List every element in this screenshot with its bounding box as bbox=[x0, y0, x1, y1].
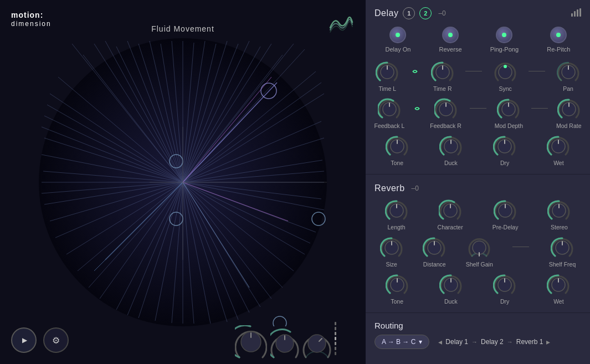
preset-name: Fluid Movement bbox=[151, 24, 214, 33]
link-icon-feedback bbox=[413, 104, 422, 113]
knob-delay-tone[interactable]: Tone bbox=[386, 135, 409, 166]
left-arrow-icon: ◂ bbox=[438, 337, 442, 346]
knob-length[interactable]: Length bbox=[385, 199, 408, 230]
toggle-ping-pong[interactable]: Ping-Pong bbox=[490, 27, 519, 53]
right-arrow-icon: ▸ bbox=[546, 337, 550, 346]
chain-delay-2: Delay 2 bbox=[481, 338, 504, 346]
delay-zero: –0 bbox=[438, 9, 445, 17]
svg-rect-102 bbox=[577, 9, 578, 17]
svg-rect-103 bbox=[579, 8, 581, 17]
toggle-label-ping-pong: Ping-Pong bbox=[490, 46, 519, 53]
svg-point-109 bbox=[504, 65, 507, 68]
toggle-dot-re-pitch[interactable] bbox=[550, 27, 567, 43]
knob-reverb-tone[interactable]: Tone bbox=[386, 273, 409, 305]
delay-toggle-row: Delay On Reverse Ping-Pong Re-Pitch bbox=[366, 23, 590, 58]
delay-title: Delay bbox=[374, 8, 398, 18]
reverb-header: Reverb –0 bbox=[366, 177, 590, 197]
toggle-label-re-pitch: Re-Pitch bbox=[547, 46, 570, 53]
chain-delay-1: Delay 1 bbox=[445, 338, 468, 346]
routing-dropdown[interactable]: A → B → C ▾ bbox=[374, 335, 429, 349]
bottom-controls: ▶ ⚙ bbox=[11, 327, 69, 353]
settings-icon: ⚙ bbox=[52, 335, 60, 346]
svg-point-98 bbox=[308, 335, 326, 352]
right-panel: Delay 1 2 –0 Delay On Reverse Ping-Pong bbox=[366, 0, 590, 364]
play-icon: ▶ bbox=[22, 336, 27, 344]
knob-character[interactable]: Character bbox=[438, 199, 463, 230]
routing-bar: A → B → C ▾ ◂ Delay 1 → Delay 2 → Reverb… bbox=[374, 335, 581, 349]
delay-badge-1[interactable]: 1 bbox=[403, 7, 415, 19]
knob-sync[interactable]: Sync bbox=[494, 60, 517, 92]
knob-delay-duck[interactable]: Duck bbox=[439, 135, 463, 166]
logo-line1: motion: bbox=[11, 10, 52, 20]
visualization bbox=[39, 38, 327, 326]
toggle-dot-reverse[interactable] bbox=[442, 27, 459, 43]
svg-rect-100 bbox=[571, 13, 573, 17]
knob-stereo[interactable]: Stereo bbox=[547, 199, 571, 230]
knob-size[interactable]: Size bbox=[380, 236, 403, 268]
delay-header: Delay 1 2 –0 bbox=[366, 0, 590, 23]
bottom-knob-1[interactable] bbox=[235, 325, 267, 360]
reverb-zero: –0 bbox=[412, 184, 419, 192]
toggle-re-pitch[interactable]: Re-Pitch bbox=[547, 27, 570, 53]
section-separator-2 bbox=[366, 312, 590, 313]
play-button[interactable]: ▶ bbox=[11, 327, 37, 353]
delay-badge-2[interactable]: 2 bbox=[419, 7, 432, 19]
knob-delay-wet[interactable]: Wet bbox=[547, 135, 570, 166]
knob-time-l[interactable]: Time L bbox=[376, 60, 399, 92]
stats-icon[interactable] bbox=[570, 7, 581, 20]
knob-time-r[interactable]: Time R bbox=[431, 60, 454, 92]
knob-feedback-r[interactable]: Feedback R bbox=[430, 98, 461, 129]
knob-pan[interactable]: Pan bbox=[557, 60, 580, 92]
link-icon-time bbox=[411, 67, 419, 76]
toggle-label-delay-on: Delay On bbox=[386, 46, 411, 53]
toggle-dot-delay-on[interactable] bbox=[389, 27, 406, 43]
knob-reverb-duck[interactable]: Duck bbox=[439, 273, 463, 305]
routing-dropdown-label: A → B → C bbox=[382, 338, 415, 346]
chain-reverb-1: Reverb 1 bbox=[516, 338, 543, 346]
left-panel: motion: dimension Fluid Movement bbox=[0, 0, 366, 364]
toggle-dot-ping-pong[interactable] bbox=[496, 27, 512, 43]
bottom-knob-3[interactable] bbox=[302, 329, 331, 360]
toggle-delay-on[interactable]: Delay On bbox=[386, 27, 411, 53]
settings-button[interactable]: ⚙ bbox=[43, 327, 69, 353]
knob-mod-rate[interactable]: Mod Rate bbox=[556, 98, 582, 129]
routing-section: Routing A → B → C ▾ ◂ Delay 1 → Delay 2 … bbox=[366, 315, 590, 355]
chain-arrow-1: → bbox=[471, 339, 478, 345]
knob-pre-delay[interactable]: Pre-Delay bbox=[492, 199, 519, 230]
chevron-down-icon: ▾ bbox=[419, 338, 422, 346]
knob-mod-depth[interactable]: Mod Depth bbox=[495, 98, 523, 129]
svg-rect-101 bbox=[574, 11, 576, 17]
reverb-title: Reverb bbox=[374, 183, 405, 193]
knob-shelf-gain[interactable]: Shelf Gain bbox=[466, 236, 493, 268]
toggle-reverse[interactable]: Reverse bbox=[439, 27, 462, 53]
knob-reverb-wet[interactable]: Wet bbox=[547, 273, 570, 305]
knob-shelf-freq[interactable]: Shelf Freq bbox=[549, 236, 576, 268]
section-separator-1 bbox=[366, 174, 590, 175]
logo: motion: dimension bbox=[11, 10, 52, 29]
chain-arrow-2: → bbox=[507, 339, 513, 345]
wave-logo-icon bbox=[328, 12, 355, 33]
knob-reverb-dry[interactable]: Dry bbox=[493, 273, 516, 305]
routing-title: Routing bbox=[374, 321, 581, 330]
knob-delay-dry[interactable]: Dry bbox=[493, 135, 516, 166]
toggle-label-reverse: Reverse bbox=[439, 46, 462, 53]
bottom-knob-2[interactable] bbox=[270, 329, 299, 360]
knob-distance[interactable]: Distance bbox=[423, 236, 446, 268]
logo-line2: dimension bbox=[11, 20, 52, 29]
knob-feedback-l[interactable]: Feedback L bbox=[374, 98, 404, 129]
